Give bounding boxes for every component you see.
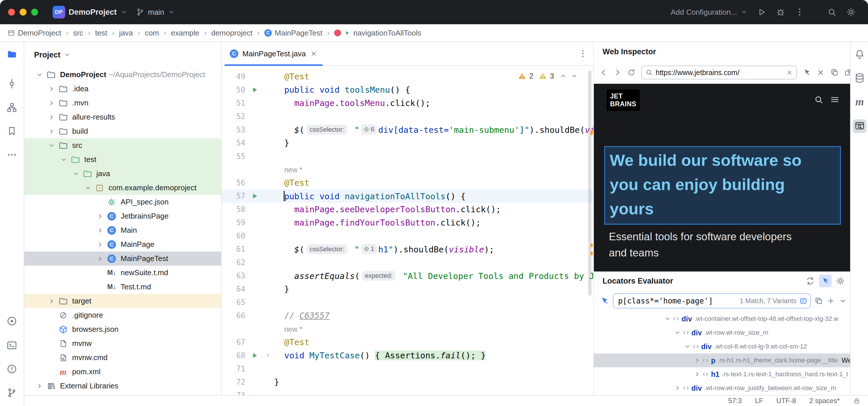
variants-icon[interactable] (799, 297, 807, 305)
code-line-60[interactable]: 60 (222, 229, 593, 242)
highlighted-element[interactable]: We build our software so you can enjoy b… (604, 146, 841, 225)
run-button[interactable] (756, 7, 767, 17)
project-tree-item-src[interactable]: src (24, 138, 221, 152)
close-window-button[interactable] (8, 9, 15, 16)
dom-node-div[interactable]: div.wt-row.wt-row_size_m (594, 326, 850, 340)
project-tree-item-JetbrainsPage[interactable]: CJetbrainsPage (24, 209, 221, 223)
project-tree-item-test[interactable]: test (24, 152, 221, 167)
tool-button-commit[interactable] (5, 77, 19, 91)
code-line-66[interactable]: 66 // C63557 (222, 309, 593, 322)
project-tree-item-mvnw.cmd[interactable]: mvnw.cmd (24, 351, 221, 365)
locators-settings-button[interactable] (836, 277, 845, 286)
project-tree-item-mvnw[interactable]: mvnw (24, 337, 221, 351)
project-tree-item-API_spec.json[interactable]: API_spec.json (24, 195, 221, 209)
pick-element-button[interactable] (819, 274, 832, 287)
editor-options-button[interactable] (578, 49, 588, 58)
caret-position[interactable]: 57:3 (728, 397, 742, 405)
project-tree-item-Test.t.md[interactable]: M↓Test.t.md (24, 280, 221, 294)
code-line-67[interactable]: 67 @Test (222, 336, 593, 349)
open-in-browser-button[interactable] (842, 66, 850, 79)
code-line-56[interactable]: 56 @Test (222, 176, 593, 190)
write-access-icon[interactable] (853, 397, 861, 405)
breadcrumb-item-src[interactable]: src (73, 29, 83, 37)
breadcrumb-item-MainPageTest[interactable]: CMainPageTest (264, 29, 322, 37)
dom-node-p[interactable]: p.rs-h1.rs-h1_theme_dark.home-page__titl… (594, 353, 850, 367)
project-tree-item-com.example.demoproject[interactable]: com.example.demoproject (24, 181, 221, 195)
tool-button-more[interactable] (5, 148, 19, 162)
locator-query-field[interactable]: p[class*='home-page'] 1 Match, 7 Variant… (613, 293, 811, 309)
forward-button[interactable] (611, 66, 624, 79)
project-tree-item-MainPage[interactable]: CMainPage (24, 237, 221, 252)
next-problem-button[interactable] (570, 72, 578, 80)
tool-button-database[interactable] (853, 71, 867, 85)
tool-button-maven[interactable]: m (853, 95, 867, 109)
code-line-54[interactable]: 54 } (222, 136, 593, 150)
line-separator[interactable]: LF (755, 397, 763, 405)
breadcrumb-item-com[interactable]: com (145, 29, 159, 37)
code-line-68[interactable]: 68 void MyTestCase() { Assertions.fail()… (222, 349, 593, 362)
site-menu-icon[interactable] (830, 95, 840, 105)
tool-button-problems[interactable] (5, 362, 19, 376)
project-tree-item-MainPageTest[interactable]: CMainPageTest (24, 252, 221, 266)
project-tree-item-.idea[interactable]: .idea (24, 82, 221, 96)
project-tree-item-java[interactable]: java (24, 167, 221, 181)
settings-button[interactable] (846, 7, 856, 17)
tool-button-project[interactable] (5, 47, 19, 61)
warning-stripe[interactable] (590, 130, 593, 135)
code-line-50[interactable]: 50 public void toolsMenu() { (222, 83, 593, 96)
dom-node-h1[interactable]: h1.rs-text-1.rs-text-1_hardness_hard.rs-… (594, 367, 850, 381)
breadcrumb-item-DemoProject[interactable]: DemoProject (7, 29, 61, 37)
tool-button-terminal[interactable] (5, 339, 19, 352)
breadcrumb-item-demoproject[interactable]: demoproject (211, 29, 252, 37)
code-line-61[interactable]: 61 $(cssSelector: "1h1").shouldBe(visibl… (222, 242, 593, 256)
close-browser-button[interactable] (814, 66, 827, 79)
tool-button-bookmarks[interactable] (5, 124, 19, 138)
expand-locators-button[interactable] (839, 296, 847, 305)
project-tree-item-External Libraries[interactable]: External Libraries (24, 379, 221, 393)
warning-stripe[interactable] (590, 243, 593, 247)
code-line-72[interactable]: 72} (222, 375, 593, 389)
code-line-hint[interactable]: new * (222, 322, 593, 336)
code-line-62[interactable]: 62 (222, 256, 593, 269)
run-test-button[interactable] (250, 351, 259, 360)
branch-widget[interactable]: main (132, 4, 179, 20)
dom-node-div[interactable]: div.wt-row.wt-row_justify_between.wt-row… (594, 381, 850, 395)
project-widget[interactable]: DP DemoProject (49, 4, 132, 20)
run-configuration-selector[interactable]: Add Configuration... (666, 4, 752, 20)
file-encoding[interactable]: UTF-8 (777, 397, 796, 405)
more-actions-button[interactable] (795, 7, 805, 17)
code-line-58[interactable]: 58 mainPage.seeDeveloperToolsButton.clic… (222, 203, 593, 216)
project-tree-item-.gitignore[interactable]: .gitignore (24, 308, 221, 322)
run-test-button[interactable] (250, 85, 259, 94)
indent-style[interactable]: 2 spaces* (809, 397, 840, 405)
code-area[interactable]: 49 @Test50 public void toolsMenu() {51 m… (222, 70, 593, 395)
breadcrumb-item-test[interactable]: test (95, 29, 107, 37)
breadcrumb-item-java[interactable]: java (119, 29, 133, 37)
code-line-52[interactable]: 52 (222, 110, 593, 123)
project-tree-item-pom.xml[interactable]: mpom.xml (24, 365, 221, 379)
project-tree-item-browsers.json[interactable]: browsers.json (24, 322, 221, 337)
code-line-64[interactable]: 64 } (222, 282, 593, 296)
code-line-57[interactable]: 57 public void navigationToAllTools() { (222, 190, 593, 203)
inspections-widget[interactable]: 2 3 (516, 70, 581, 81)
code-line-55[interactable]: 55 (222, 150, 593, 163)
project-tree-item-DemoProject[interactable]: DemoProject ~/AquaProjects/DemoProject (24, 67, 221, 82)
refresh-button[interactable] (625, 66, 638, 79)
copy-locator-button[interactable] (814, 296, 823, 305)
clear-url-button[interactable] (786, 69, 793, 76)
url-bar[interactable]: https://www.jetbrains.com/ (641, 65, 797, 79)
editor[interactable]: 49 @Test50 public void toolsMenu() {51 m… (222, 66, 593, 395)
project-tree-item-.mvn[interactable]: .mvn (24, 96, 221, 110)
tool-button-structure[interactable] (5, 100, 19, 114)
url-text[interactable]: https://www.jetbrains.com/ (656, 68, 783, 77)
dom-node-div[interactable]: div.wt-col-8.wt-col-lg-9.wt-col-sm-12 (594, 340, 850, 353)
project-tree-item-build[interactable]: build (24, 124, 221, 138)
code-line-hint[interactable]: new * (222, 163, 593, 176)
add-locator-button[interactable] (827, 296, 835, 305)
close-tab-button[interactable] (310, 50, 317, 57)
project-panel-header[interactable]: Project (24, 42, 221, 67)
copy-page-button[interactable] (828, 66, 841, 79)
dom-node-div[interactable]: div.wt-container.wt-offset-top-48.wt-off… (594, 312, 850, 326)
editor-scrollbar[interactable] (588, 70, 592, 296)
tool-button-notifications[interactable] (853, 47, 867, 61)
